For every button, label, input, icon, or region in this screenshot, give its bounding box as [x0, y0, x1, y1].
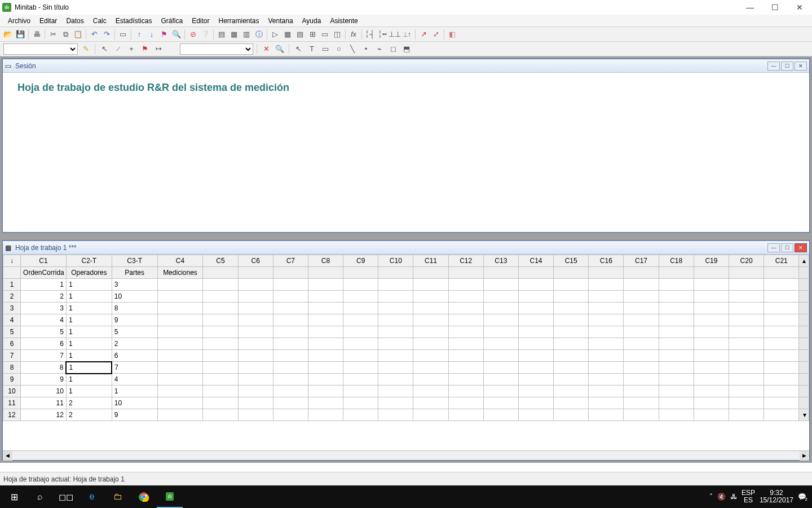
- cell[interactable]: [343, 291, 378, 303]
- cell[interactable]: [483, 374, 518, 386]
- cell[interactable]: [589, 326, 624, 338]
- cell[interactable]: [448, 314, 483, 326]
- stats3-icon[interactable]: ⊥⊥: [389, 29, 400, 40]
- cell[interactable]: [413, 314, 448, 326]
- cell[interactable]: [157, 397, 203, 409]
- col-header[interactable]: C5: [203, 255, 238, 267]
- cell[interactable]: [378, 374, 413, 386]
- task-view-button[interactable]: ◻◻: [53, 485, 79, 508]
- cell[interactable]: [764, 314, 799, 326]
- cell[interactable]: [273, 362, 308, 374]
- cell[interactable]: [518, 386, 553, 397]
- row-header[interactable]: 2: [3, 291, 21, 303]
- cell[interactable]: [624, 303, 659, 314]
- col-header[interactable]: C2-T: [66, 255, 112, 267]
- insert-icon[interactable]: ↦: [153, 43, 164, 55]
- cell[interactable]: [764, 409, 799, 421]
- session-close[interactable]: ✕: [795, 62, 807, 71]
- cell[interactable]: [764, 303, 799, 314]
- cell[interactable]: [554, 314, 589, 326]
- cell[interactable]: [554, 303, 589, 314]
- cut-icon[interactable]: ✂: [47, 29, 59, 40]
- vscroll-track[interactable]: [799, 362, 809, 374]
- cell[interactable]: [308, 338, 343, 350]
- cell[interactable]: [624, 279, 659, 291]
- chrome-icon[interactable]: [131, 485, 157, 508]
- open-icon[interactable]: 📂: [2, 29, 14, 40]
- col-name[interactable]: [764, 267, 799, 279]
- cell[interactable]: [238, 386, 273, 397]
- cell[interactable]: [343, 314, 378, 326]
- cell[interactable]: [729, 291, 764, 303]
- cell[interactable]: [694, 303, 729, 314]
- cell[interactable]: [624, 374, 659, 386]
- flag2-icon[interactable]: ⚑: [139, 43, 151, 55]
- col-name[interactable]: OrdenCorrida: [21, 267, 67, 279]
- vscroll-track[interactable]: [799, 350, 809, 362]
- cell[interactable]: [448, 338, 483, 350]
- cell[interactable]: [518, 314, 553, 326]
- scroll-right-icon[interactable]: ▶: [800, 451, 809, 461]
- cell[interactable]: [448, 374, 483, 386]
- cell[interactable]: [413, 374, 448, 386]
- vscroll-track[interactable]: [799, 386, 809, 397]
- cell[interactable]: 1: [66, 326, 112, 338]
- up-arrow-icon[interactable]: ↑: [134, 29, 145, 40]
- cell[interactable]: [694, 397, 729, 409]
- minimize-button[interactable]: —: [738, 0, 762, 15]
- session-maximize[interactable]: ☐: [781, 62, 793, 71]
- row-header[interactable]: 12: [3, 409, 21, 421]
- cell[interactable]: [413, 303, 448, 314]
- cell[interactable]: [308, 314, 343, 326]
- col-header[interactable]: C16: [589, 255, 624, 267]
- cell[interactable]: [238, 397, 273, 409]
- col-name[interactable]: [624, 267, 659, 279]
- cell[interactable]: [518, 338, 553, 350]
- cell[interactable]: [554, 279, 589, 291]
- cell[interactable]: 2: [112, 338, 157, 350]
- cell[interactable]: [273, 303, 308, 314]
- cell[interactable]: [694, 291, 729, 303]
- tray-clock[interactable]: 9:3215/12/2017: [760, 489, 793, 504]
- cell[interactable]: [238, 362, 273, 374]
- cell[interactable]: 10: [112, 397, 157, 409]
- cell[interactable]: [157, 362, 203, 374]
- cell[interactable]: 5: [21, 326, 67, 338]
- cell[interactable]: [764, 386, 799, 397]
- cell[interactable]: [343, 362, 378, 374]
- worksheet-grid[interactable]: ↓C1C2-TC3-TC4C5C6C7C8C9C10C11C12C13C14C1…: [3, 255, 809, 450]
- flag-icon[interactable]: ⚑: [158, 29, 170, 40]
- menu-datos[interactable]: Datos: [61, 16, 88, 26]
- cell[interactable]: [694, 350, 729, 362]
- menu-editar[interactable]: Editar: [35, 16, 61, 26]
- cell[interactable]: [659, 314, 694, 326]
- cell[interactable]: [308, 362, 343, 374]
- cell[interactable]: [378, 291, 413, 303]
- cell[interactable]: 1: [66, 338, 112, 350]
- cell[interactable]: [238, 350, 273, 362]
- cell[interactable]: 6: [21, 338, 67, 350]
- col-name[interactable]: [308, 267, 343, 279]
- cell[interactable]: [483, 338, 518, 350]
- dropdown-1[interactable]: [3, 43, 78, 55]
- cell[interactable]: [378, 397, 413, 409]
- minitab-task-icon[interactable]: ılı: [157, 485, 183, 508]
- save-icon[interactable]: 💾: [15, 29, 26, 40]
- cell[interactable]: [203, 386, 238, 397]
- cell[interactable]: [659, 386, 694, 397]
- cell[interactable]: [308, 303, 343, 314]
- cell[interactable]: [238, 409, 273, 421]
- stats1-icon[interactable]: ╎┤: [364, 29, 376, 40]
- cell[interactable]: [729, 362, 764, 374]
- grid-icon[interactable]: ⊞: [307, 29, 318, 40]
- col-name[interactable]: [659, 267, 694, 279]
- cell[interactable]: 3: [112, 279, 157, 291]
- stats2-icon[interactable]: ╎╍: [377, 29, 388, 40]
- cell[interactable]: [554, 409, 589, 421]
- cell[interactable]: [694, 279, 729, 291]
- row-header[interactable]: 5: [3, 326, 21, 338]
- cell[interactable]: [413, 279, 448, 291]
- session-window-icon[interactable]: ▤: [216, 29, 227, 40]
- col-header[interactable]: C20: [729, 255, 764, 267]
- vscroll-track[interactable]: [799, 314, 809, 326]
